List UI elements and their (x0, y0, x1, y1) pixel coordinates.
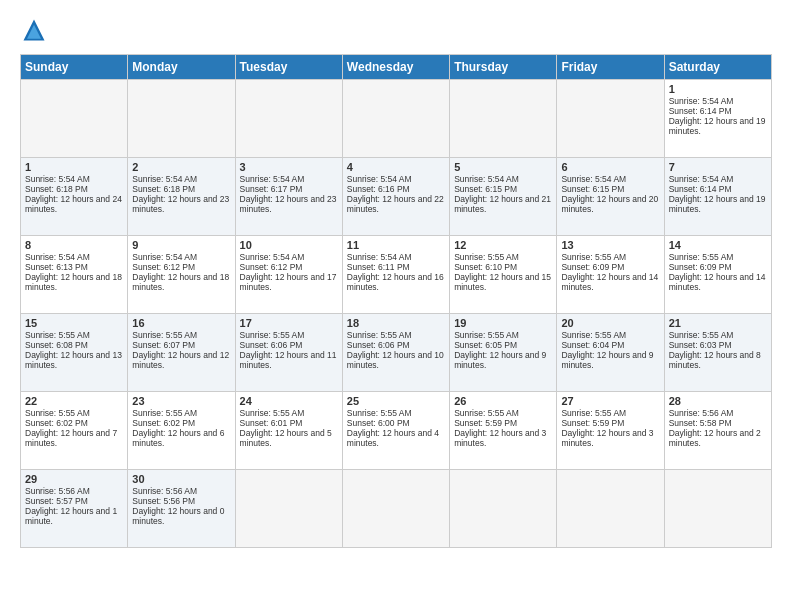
calendar-cell: 12Sunrise: 5:55 AMSunset: 6:10 PMDayligh… (450, 236, 557, 314)
daylight-text: Daylight: 12 hours and 9 minutes. (454, 350, 546, 370)
daylight-text: Daylight: 12 hours and 16 minutes. (347, 272, 444, 292)
sunset-text: Sunset: 6:11 PM (347, 262, 410, 272)
sunrise-text: Sunrise: 5:55 AM (561, 330, 626, 340)
col-header-saturday: Saturday (664, 55, 771, 80)
day-number: 20 (561, 317, 659, 329)
day-number: 30 (132, 473, 230, 485)
calendar-row-4: 22Sunrise: 5:55 AMSunset: 6:02 PMDayligh… (21, 392, 772, 470)
sunrise-text: Sunrise: 5:55 AM (132, 330, 197, 340)
calendar-cell: 16Sunrise: 5:55 AMSunset: 6:07 PMDayligh… (128, 314, 235, 392)
sunset-text: Sunset: 6:06 PM (240, 340, 303, 350)
daylight-text: Daylight: 12 hours and 5 minutes. (240, 428, 332, 448)
calendar-cell (21, 80, 128, 158)
col-header-thursday: Thursday (450, 55, 557, 80)
day-number: 19 (454, 317, 552, 329)
daylight-text: Daylight: 12 hours and 12 minutes. (132, 350, 229, 370)
sunset-text: Sunset: 6:14 PM (669, 184, 732, 194)
sunrise-text: Sunrise: 5:55 AM (669, 252, 734, 262)
day-number: 28 (669, 395, 767, 407)
day-number: 6 (561, 161, 659, 173)
sunrise-text: Sunrise: 5:54 AM (561, 174, 626, 184)
sunrise-text: Sunrise: 5:54 AM (25, 174, 90, 184)
sunset-text: Sunset: 6:14 PM (669, 106, 732, 116)
sunrise-text: Sunrise: 5:54 AM (132, 174, 197, 184)
day-number: 7 (669, 161, 767, 173)
sunrise-text: Sunrise: 5:55 AM (561, 252, 626, 262)
sunrise-text: Sunrise: 5:54 AM (347, 252, 412, 262)
day-number: 12 (454, 239, 552, 251)
col-header-friday: Friday (557, 55, 664, 80)
col-header-tuesday: Tuesday (235, 55, 342, 80)
calendar-cell: 23Sunrise: 5:55 AMSunset: 6:02 PMDayligh… (128, 392, 235, 470)
calendar-cell: 17Sunrise: 5:55 AMSunset: 6:06 PMDayligh… (235, 314, 342, 392)
daylight-text: Daylight: 12 hours and 18 minutes. (132, 272, 229, 292)
day-number: 4 (347, 161, 445, 173)
calendar-cell: 18Sunrise: 5:55 AMSunset: 6:06 PMDayligh… (342, 314, 449, 392)
calendar-cell: 29Sunrise: 5:56 AMSunset: 5:57 PMDayligh… (21, 470, 128, 548)
calendar-cell: 25Sunrise: 5:55 AMSunset: 6:00 PMDayligh… (342, 392, 449, 470)
sunset-text: Sunset: 6:01 PM (240, 418, 303, 428)
calendar-cell: 3Sunrise: 5:54 AMSunset: 6:17 PMDaylight… (235, 158, 342, 236)
sunset-text: Sunset: 6:17 PM (240, 184, 303, 194)
calendar-cell: 24Sunrise: 5:55 AMSunset: 6:01 PMDayligh… (235, 392, 342, 470)
calendar-cell: 6Sunrise: 5:54 AMSunset: 6:15 PMDaylight… (557, 158, 664, 236)
calendar-cell: 15Sunrise: 5:55 AMSunset: 6:08 PMDayligh… (21, 314, 128, 392)
calendar-page: SundayMondayTuesdayWednesdayThursdayFrid… (0, 0, 792, 612)
sunset-text: Sunset: 6:05 PM (454, 340, 517, 350)
calendar-cell (342, 470, 449, 548)
calendar-cell: 11Sunrise: 5:54 AMSunset: 6:11 PMDayligh… (342, 236, 449, 314)
daylight-text: Daylight: 12 hours and 10 minutes. (347, 350, 444, 370)
sunrise-text: Sunrise: 5:54 AM (240, 174, 305, 184)
calendar-cell: 4Sunrise: 5:54 AMSunset: 6:16 PMDaylight… (342, 158, 449, 236)
calendar-cell: 9Sunrise: 5:54 AMSunset: 6:12 PMDaylight… (128, 236, 235, 314)
sunset-text: Sunset: 5:56 PM (132, 496, 195, 506)
day-number: 8 (25, 239, 123, 251)
sunset-text: Sunset: 6:04 PM (561, 340, 624, 350)
daylight-text: Daylight: 12 hours and 23 minutes. (240, 194, 337, 214)
daylight-text: Daylight: 12 hours and 14 minutes. (669, 272, 766, 292)
sunrise-text: Sunrise: 5:55 AM (347, 408, 412, 418)
calendar-row-5: 29Sunrise: 5:56 AMSunset: 5:57 PMDayligh… (21, 470, 772, 548)
calendar-cell: 28Sunrise: 5:56 AMSunset: 5:58 PMDayligh… (664, 392, 771, 470)
daylight-text: Daylight: 12 hours and 22 minutes. (347, 194, 444, 214)
sunrise-text: Sunrise: 5:54 AM (669, 174, 734, 184)
daylight-text: Daylight: 12 hours and 0 minutes. (132, 506, 224, 526)
sunrise-text: Sunrise: 5:55 AM (25, 330, 90, 340)
calendar-row-2: 8Sunrise: 5:54 AMSunset: 6:13 PMDaylight… (21, 236, 772, 314)
sunset-text: Sunset: 6:02 PM (25, 418, 88, 428)
daylight-text: Daylight: 12 hours and 7 minutes. (25, 428, 117, 448)
calendar-row-3: 15Sunrise: 5:55 AMSunset: 6:08 PMDayligh… (21, 314, 772, 392)
day-number: 24 (240, 395, 338, 407)
daylight-text: Daylight: 12 hours and 11 minutes. (240, 350, 337, 370)
calendar-cell: 2Sunrise: 5:54 AMSunset: 6:18 PMDaylight… (128, 158, 235, 236)
day-number: 25 (347, 395, 445, 407)
sunrise-text: Sunrise: 5:55 AM (454, 408, 519, 418)
day-number: 26 (454, 395, 552, 407)
calendar-cell: 30Sunrise: 5:56 AMSunset: 5:56 PMDayligh… (128, 470, 235, 548)
day-number: 16 (132, 317, 230, 329)
header-row: SundayMondayTuesdayWednesdayThursdayFrid… (21, 55, 772, 80)
sunset-text: Sunset: 6:08 PM (25, 340, 88, 350)
logo-icon (20, 16, 48, 44)
sunrise-text: Sunrise: 5:54 AM (240, 252, 305, 262)
sunrise-text: Sunrise: 5:54 AM (132, 252, 197, 262)
sunset-text: Sunset: 6:09 PM (669, 262, 732, 272)
daylight-text: Daylight: 12 hours and 13 minutes. (25, 350, 122, 370)
calendar-cell: 19Sunrise: 5:55 AMSunset: 6:05 PMDayligh… (450, 314, 557, 392)
sunset-text: Sunset: 5:57 PM (25, 496, 88, 506)
calendar-row-0: 1Sunrise: 5:54 AMSunset: 6:14 PMDaylight… (21, 80, 772, 158)
sunset-text: Sunset: 6:09 PM (561, 262, 624, 272)
col-header-wednesday: Wednesday (342, 55, 449, 80)
daylight-text: Daylight: 12 hours and 17 minutes. (240, 272, 337, 292)
sunset-text: Sunset: 6:00 PM (347, 418, 410, 428)
day-number: 2 (132, 161, 230, 173)
sunset-text: Sunset: 6:18 PM (25, 184, 88, 194)
day-number: 1 (25, 161, 123, 173)
day-number: 29 (25, 473, 123, 485)
day-number: 13 (561, 239, 659, 251)
sunset-text: Sunset: 6:18 PM (132, 184, 195, 194)
daylight-text: Daylight: 12 hours and 6 minutes. (132, 428, 224, 448)
sunset-text: Sunset: 6:03 PM (669, 340, 732, 350)
daylight-text: Daylight: 12 hours and 21 minutes. (454, 194, 551, 214)
sunset-text: Sunset: 6:12 PM (132, 262, 195, 272)
